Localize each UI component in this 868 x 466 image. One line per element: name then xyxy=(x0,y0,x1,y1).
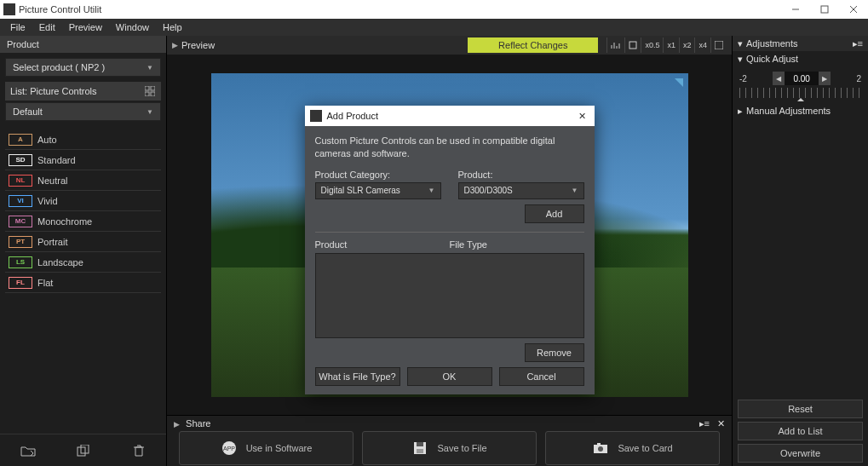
svg-rect-16 xyxy=(417,449,423,453)
qa-increment[interactable]: ▶ xyxy=(819,72,831,85)
preview-viewport: Add Product ✕ Custom Picture Controls ca… xyxy=(167,55,732,415)
menu-preview[interactable]: Preview xyxy=(62,22,109,32)
pc-item-portrait[interactable]: PTPortrait xyxy=(5,232,161,252)
menu-file[interactable]: File xyxy=(3,22,32,32)
qa-slider[interactable] xyxy=(739,88,861,98)
product-select-value: Select product ( NP2 ) xyxy=(13,62,105,72)
svg-rect-1 xyxy=(821,6,828,13)
pc-item-landscape[interactable]: LSLandscape xyxy=(5,252,161,273)
pc-label: Auto xyxy=(37,135,57,145)
menu-edit[interactable]: Edit xyxy=(32,22,62,32)
pc-item-vivid[interactable]: VIVivid xyxy=(5,191,161,211)
zoom-x4[interactable]: x4 xyxy=(694,37,710,53)
pc-list: AAuto SDStandard NLNeutral VIVivid MCMon… xyxy=(5,129,161,293)
share-btn-label: Save to File xyxy=(437,443,486,453)
ok-button[interactable]: OK xyxy=(407,367,492,386)
pc-item-monochrome[interactable]: MCMonochrome xyxy=(5,211,161,232)
pc-label: Landscape xyxy=(37,257,83,268)
expand-icon: ▸ xyxy=(738,106,743,116)
app-icon xyxy=(3,3,15,15)
delete-button[interactable] xyxy=(126,440,152,461)
menu-window[interactable]: Window xyxy=(109,22,156,32)
category-value: Digital SLR Cameras xyxy=(321,186,400,195)
app-icon: APP xyxy=(221,440,238,457)
chevron-down-icon: ▼ xyxy=(147,108,153,116)
dialog-description: Custom Picture Controls can be used in c… xyxy=(315,135,584,161)
pc-item-standard[interactable]: SDStandard xyxy=(5,150,161,170)
remove-button[interactable]: Remove xyxy=(525,343,584,362)
reset-button[interactable]: Reset xyxy=(738,400,863,418)
overwrite-button[interactable]: Overwrite xyxy=(738,444,863,463)
collapse-icon[interactable]: ▾ xyxy=(738,38,743,49)
left-toolbar xyxy=(0,434,166,466)
collapse-icon[interactable]: ▶ xyxy=(172,41,178,49)
histogram-icon[interactable] xyxy=(606,37,624,53)
add-product-dialog: Add Product ✕ Custom Picture Controls ca… xyxy=(305,106,595,394)
zoom-x1[interactable]: x1 xyxy=(663,37,679,53)
pc-label: Flat xyxy=(37,278,53,288)
preview-title: Preview xyxy=(181,40,215,50)
pc-default-value: Default xyxy=(13,106,43,117)
pc-badge: MC xyxy=(9,216,32,227)
pc-item-flat[interactable]: FLFlat xyxy=(5,273,161,293)
category-select[interactable]: Digital SLR Cameras ▼ xyxy=(315,182,441,199)
minimize-button[interactable] xyxy=(781,0,810,19)
zoom-controls: x0.5 x1 x2 x4 xyxy=(606,37,727,53)
pc-badge: LS xyxy=(9,256,32,268)
dialog-titlebar: Add Product ✕ xyxy=(305,106,595,126)
qa-max: 2 xyxy=(856,74,861,83)
cancel-button[interactable]: Cancel xyxy=(499,367,584,386)
pc-badge: A xyxy=(9,134,32,146)
close-window-button[interactable] xyxy=(839,0,868,19)
manual-adjust-header[interactable]: ▸Manual Adjustments xyxy=(733,103,868,118)
pc-badge: VI xyxy=(9,195,32,207)
dialog-icon xyxy=(310,110,322,122)
pc-label: Portrait xyxy=(37,237,67,247)
share-panel-icons: ▸≡ ✕ xyxy=(699,418,725,429)
share-close-icon[interactable]: ✕ xyxy=(717,418,725,429)
import-folder-button[interactable] xyxy=(15,440,41,461)
svg-rect-19 xyxy=(597,443,601,446)
product-select[interactable]: Select product ( NP2 ) ▼ xyxy=(5,58,161,77)
share-btn-label: Save to Card xyxy=(618,443,672,453)
pc-label: Vivid xyxy=(37,196,58,206)
chevron-down-icon: ▼ xyxy=(572,187,578,194)
add-button[interactable]: Add xyxy=(525,204,584,223)
preview-header: ▶ Preview Reflect Changes x0.5 x1 x2 x4 xyxy=(167,36,732,55)
collapse-icon[interactable]: ▶ xyxy=(174,420,180,429)
save-to-file-button[interactable]: Save to File xyxy=(362,431,537,465)
pc-item-auto[interactable]: AAuto xyxy=(5,129,161,150)
chevron-down-icon: ▼ xyxy=(147,64,153,72)
maximize-button[interactable] xyxy=(810,0,839,19)
disk-icon xyxy=(411,440,428,457)
camera-icon xyxy=(592,440,609,457)
dialog-close-button[interactable]: ✕ xyxy=(576,109,589,123)
use-in-software-button[interactable]: APP Use in Software xyxy=(179,431,354,465)
what-is-filetype-button[interactable]: What is File Type? xyxy=(315,367,400,386)
menubar: File Edit Preview Window Help xyxy=(0,19,868,36)
collapse-icon[interactable]: ▾ xyxy=(738,54,743,64)
fit-icon[interactable] xyxy=(624,37,641,53)
add-to-list-button[interactable]: Add to List xyxy=(738,422,863,440)
pc-item-neutral[interactable]: NLNeutral xyxy=(5,170,161,191)
adjustments-header: ▾Adjustments ▸≡ xyxy=(733,36,868,51)
panel-menu-icon[interactable]: ▸≡ xyxy=(853,38,863,49)
zoom-x2[interactable]: x2 xyxy=(679,37,695,53)
reflect-changes-button[interactable]: Reflect Changes xyxy=(468,37,598,53)
share-title: Share xyxy=(186,418,210,429)
menu-help[interactable]: Help xyxy=(156,22,189,32)
expand-icon[interactable] xyxy=(710,37,727,53)
copy-button[interactable] xyxy=(71,440,96,461)
list-grid-icon[interactable] xyxy=(144,85,156,97)
zoom-x05[interactable]: x0.5 xyxy=(641,37,663,53)
svg-rect-7 xyxy=(151,92,155,96)
quick-adjust-header: ▾Quick Adjust xyxy=(733,51,868,66)
product-select[interactable]: D300/D300S ▼ xyxy=(458,182,584,199)
qa-value[interactable]: 0.00 xyxy=(785,72,819,85)
left-panel: Product Select product ( NP2 ) ▼ List: P… xyxy=(0,36,167,466)
products-table[interactable] xyxy=(315,253,584,338)
save-to-card-button[interactable]: Save to Card xyxy=(545,431,720,465)
qa-decrement[interactable]: ◀ xyxy=(773,72,785,85)
share-collapse-icon[interactable]: ▸≡ xyxy=(699,418,710,429)
pc-default-select[interactable]: Default ▼ xyxy=(5,102,161,121)
